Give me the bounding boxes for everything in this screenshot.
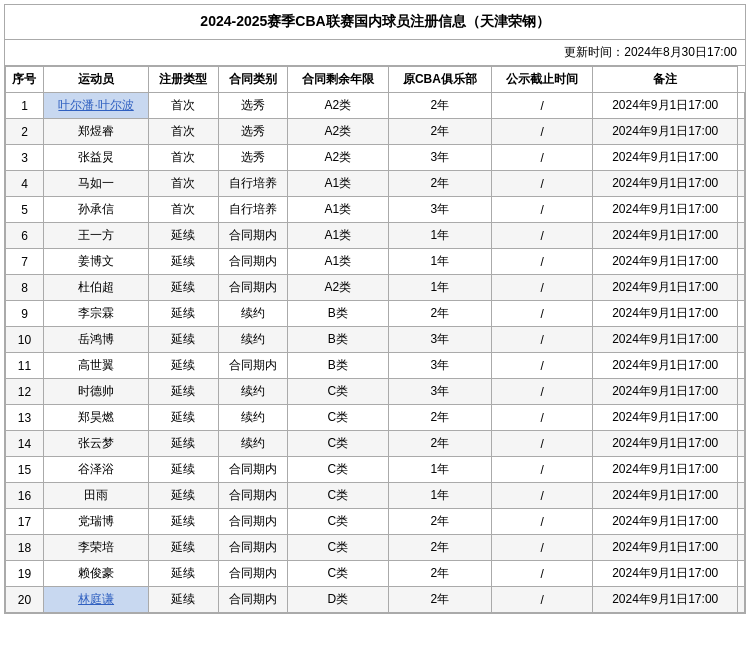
prev-club: / (492, 457, 593, 483)
contract-cat: C类 (287, 561, 388, 587)
table-row: 18李荣培延续合同期内C类2年/2024年9月1日17:00 (6, 535, 745, 561)
years: 3年 (388, 197, 491, 223)
row-id: 3 (6, 145, 44, 171)
registration-table: 序号运动员注册类型合同类别合同剩余年限原CBA俱乐部公示截止时间备注 1叶尔潘·… (5, 66, 745, 613)
player-name[interactable]: 叶尔潘·叶尔波 (43, 93, 148, 119)
prev-club: / (492, 93, 593, 119)
player-name: 李宗霖 (43, 301, 148, 327)
prev-club: / (492, 509, 593, 535)
contract-cat: C类 (287, 535, 388, 561)
column-header: 原CBA俱乐部 (388, 67, 491, 93)
contract-type: 合同期内 (218, 223, 287, 249)
prev-club: / (492, 119, 593, 145)
years: 2年 (388, 587, 491, 613)
note (738, 249, 745, 275)
player-name: 杜伯超 (43, 275, 148, 301)
contract-type: 合同期内 (218, 457, 287, 483)
contract-type: 续约 (218, 405, 287, 431)
player-name: 时德帅 (43, 379, 148, 405)
table-row: 2郑煜睿首次选秀A2类2年/2024年9月1日17:00 (6, 119, 745, 145)
contract-type: 合同期内 (218, 561, 287, 587)
contract-type: 合同期内 (218, 535, 287, 561)
player-name: 王一方 (43, 223, 148, 249)
table-row: 8杜伯超延续合同期内A2类1年/2024年9月1日17:00 (6, 275, 745, 301)
prev-club: / (492, 379, 593, 405)
prev-club: / (492, 249, 593, 275)
deadline: 2024年9月1日17:00 (592, 431, 737, 457)
table-row: 17党瑞博延续合同期内C类2年/2024年9月1日17:00 (6, 509, 745, 535)
player-name: 郑昊燃 (43, 405, 148, 431)
reg-type: 延续 (149, 535, 218, 561)
row-id: 12 (6, 379, 44, 405)
contract-type: 合同期内 (218, 509, 287, 535)
deadline: 2024年9月1日17:00 (592, 509, 737, 535)
years: 2年 (388, 171, 491, 197)
years: 1年 (388, 223, 491, 249)
deadline: 2024年9月1日17:00 (592, 301, 737, 327)
deadline: 2024年9月1日17:00 (592, 119, 737, 145)
table-row: 7姜博文延续合同期内A1类1年/2024年9月1日17:00 (6, 249, 745, 275)
deadline: 2024年9月1日17:00 (592, 587, 737, 613)
contract-type: 自行培养 (218, 171, 287, 197)
table-row: 20林庭谦延续合同期内D类2年/2024年9月1日17:00 (6, 587, 745, 613)
contract-cat: C类 (287, 431, 388, 457)
contract-cat: A2类 (287, 93, 388, 119)
prev-club: / (492, 145, 593, 171)
deadline: 2024年9月1日17:00 (592, 223, 737, 249)
player-name: 姜博文 (43, 249, 148, 275)
column-header: 注册类型 (149, 67, 218, 93)
note (738, 535, 745, 561)
note (738, 561, 745, 587)
prev-club: / (492, 171, 593, 197)
note (738, 223, 745, 249)
contract-type: 自行培养 (218, 197, 287, 223)
contract-type: 续约 (218, 379, 287, 405)
note (738, 379, 745, 405)
prev-club: / (492, 197, 593, 223)
note (738, 587, 745, 613)
contract-type: 续约 (218, 327, 287, 353)
prev-club: / (492, 327, 593, 353)
row-id: 6 (6, 223, 44, 249)
contract-cat: C类 (287, 379, 388, 405)
table-row: 10岳鸿博延续续约B类3年/2024年9月1日17:00 (6, 327, 745, 353)
column-header: 合同类别 (218, 67, 287, 93)
table-row: 1叶尔潘·叶尔波首次选秀A2类2年/2024年9月1日17:00 (6, 93, 745, 119)
prev-club: / (492, 587, 593, 613)
player-name: 岳鸿博 (43, 327, 148, 353)
note (738, 431, 745, 457)
reg-type: 延续 (149, 379, 218, 405)
contract-cat: A2类 (287, 275, 388, 301)
reg-type: 首次 (149, 197, 218, 223)
contract-cat: C类 (287, 483, 388, 509)
player-name[interactable]: 林庭谦 (43, 587, 148, 613)
deadline: 2024年9月1日17:00 (592, 535, 737, 561)
prev-club: / (492, 483, 593, 509)
reg-type: 延续 (149, 275, 218, 301)
note (738, 457, 745, 483)
contract-cat: C类 (287, 509, 388, 535)
contract-cat: C类 (287, 457, 388, 483)
note (738, 301, 745, 327)
table-row: 16田雨延续合同期内C类1年/2024年9月1日17:00 (6, 483, 745, 509)
reg-type: 延续 (149, 431, 218, 457)
contract-cat: D类 (287, 587, 388, 613)
contract-type: 选秀 (218, 119, 287, 145)
table-row: 3张益炅首次选秀A2类3年/2024年9月1日17:00 (6, 145, 745, 171)
deadline: 2024年9月1日17:00 (592, 379, 737, 405)
reg-type: 首次 (149, 93, 218, 119)
table-row: 9李宗霖延续续约B类2年/2024年9月1日17:00 (6, 301, 745, 327)
contract-cat: B类 (287, 301, 388, 327)
row-id: 15 (6, 457, 44, 483)
reg-type: 延续 (149, 457, 218, 483)
column-header: 运动员 (43, 67, 148, 93)
reg-type: 延续 (149, 249, 218, 275)
deadline: 2024年9月1日17:00 (592, 483, 737, 509)
prev-club: / (492, 301, 593, 327)
note (738, 353, 745, 379)
table-row: 6王一方延续合同期内A1类1年/2024年9月1日17:00 (6, 223, 745, 249)
row-id: 11 (6, 353, 44, 379)
prev-club: / (492, 561, 593, 587)
years: 2年 (388, 119, 491, 145)
deadline: 2024年9月1日17:00 (592, 353, 737, 379)
